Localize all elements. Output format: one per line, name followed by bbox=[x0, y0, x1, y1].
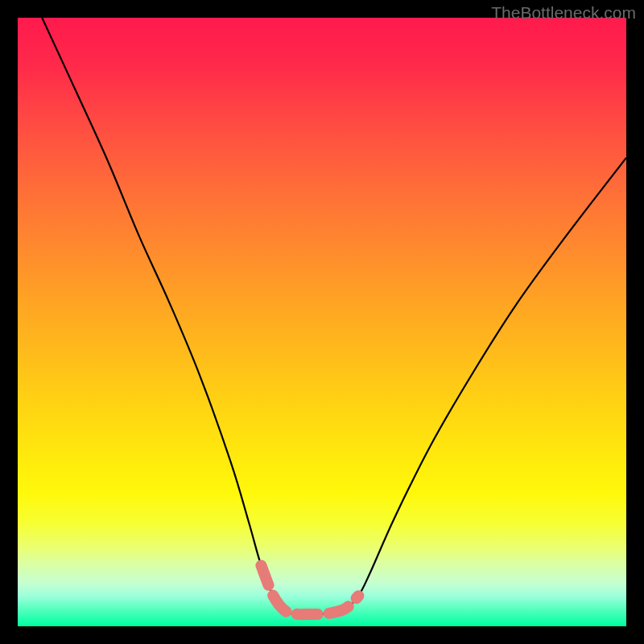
bottleneck-curve bbox=[42, 18, 626, 614]
plot-area bbox=[18, 18, 626, 626]
watermark-text: TheBottleneck.com bbox=[491, 3, 636, 23]
chart-svg bbox=[18, 18, 626, 626]
marker-segment bbox=[261, 565, 358, 614]
chart-frame: TheBottleneck.com bbox=[0, 0, 644, 644]
